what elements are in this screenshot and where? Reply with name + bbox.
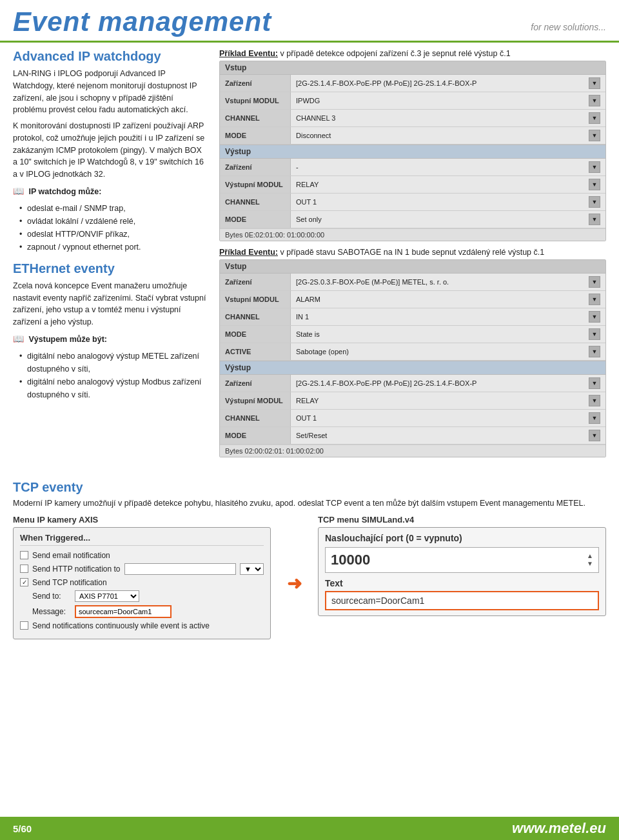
panel2-out-mode-row: MODE Set/Reset ▼: [220, 427, 605, 445]
axis-panel: When Triggered... Send email notificatio…: [13, 527, 271, 639]
dropdown-arrow[interactable]: ▼: [589, 311, 600, 323]
axis-message-row: Message:: [20, 605, 264, 618]
continuous-checkbox[interactable]: [20, 621, 28, 630]
bottom-two-col: Menu IP kamery AXIS When Triggered... Se…: [13, 515, 606, 639]
panel1-mode-value: Disconnect ▼: [291, 127, 605, 144]
email-label: Send email notification: [32, 551, 110, 560]
panel1-zarizeni-row: Zařízení [2G-2S.1.4.F-BOX-PoE-PP (M-PoE)…: [220, 75, 605, 92]
port-down-arrow[interactable]: ▼: [587, 561, 593, 567]
dropdown-arrow[interactable]: ▼: [589, 430, 600, 441]
dropdown-arrow[interactable]: ▼: [589, 328, 600, 340]
page-subtitle: for new solutions...: [531, 22, 606, 32]
watchdog-bullets: odeslat e-mail / SNMP trap, ovládat loká…: [19, 202, 206, 254]
axis-panel-header: When Triggered...: [20, 533, 264, 546]
dropdown-arrow[interactable]: ▼: [589, 412, 600, 424]
dropdown-arrow[interactable]: ▼: [589, 276, 600, 288]
example2-label: Příklad Eventu: v případě stavu SABOTAGE…: [219, 248, 606, 257]
panel1-modul-label: Vstupní MODUL: [220, 92, 291, 109]
simul-port-value: 10000: [331, 552, 370, 568]
axis-section-title: Menu IP kamery AXIS: [13, 515, 271, 525]
http-select[interactable]: ▼: [240, 563, 264, 575]
panel2-out-mode-label: MODE: [220, 427, 291, 444]
panel2-out-modul-row: Výstupní MODUL RELAY ▼: [220, 392, 605, 410]
bullet-item: digitální nebo analogový výstup METEL za…: [19, 350, 206, 375]
http-label: Send HTTP notification to: [32, 565, 121, 574]
panel2-zarizeni-value: [2G-2S.0.3.F-BOX-PoE (M-PoE)] METEL, s. …: [291, 274, 605, 290]
message-label: Message:: [32, 607, 71, 616]
tcp-section: TCP eventy Moderní IP kamery umožňují v …: [13, 480, 606, 639]
dropdown-arrow[interactable]: ▼: [589, 395, 600, 406]
tcp-checkbox[interactable]: ✓: [20, 578, 28, 586]
panel1-channel-row: CHANNEL CHANNEL 3 ▼: [220, 110, 605, 127]
panel1-mode-row: MODE Disconnect ▼: [220, 127, 605, 145]
panel2-zarizeni-row: Zařízení [2G-2S.0.3.F-BOX-PoE (M-PoE)] M…: [220, 274, 605, 291]
panel2-out-channel-row: CHANNEL OUT 1 ▼: [220, 410, 605, 427]
panel2-bytes: Bytes 02:00:02:01: 01:00:02:00: [220, 445, 605, 457]
panel2-out-channel-value: OUT 1 ▼: [291, 410, 605, 426]
main-content: Advanced IP watchdogy LAN-RING i IPLOG p…: [0, 43, 619, 672]
dropdown-arrow[interactable]: ▼: [589, 161, 600, 173]
panel2-active-row: ACTIVE Sabotage (open) ▼: [220, 343, 605, 361]
panel2-zarizeni-label: Zařízení: [220, 274, 291, 290]
ethernet-section: ETHernet eventy Zcela nová koncepce Even…: [13, 261, 206, 401]
axis-row-email: Send email notification: [20, 551, 264, 560]
panel2-out-zarizeni-label: Zařízení: [220, 375, 291, 392]
panel1-out-mode-value: Set only ▼: [291, 211, 605, 228]
brand-url: www.metel.eu: [512, 820, 606, 837]
dropdown-arrow[interactable]: ▼: [589, 77, 600, 89]
dropdown-arrow[interactable]: ▼: [589, 214, 600, 225]
panel2-out-zarizeni-value: [2G-2S.1.4.F-BOX-PoE-PP (M-PoE)] 2G-2S.1…: [291, 375, 605, 392]
http-input[interactable]: [124, 563, 236, 575]
bullet-item: zapnout / vypnout ethernet port.: [19, 241, 206, 254]
book-icon2: 📖: [13, 332, 24, 346]
simul-section: TCP menu SIMULand.v4 Naslouchající port …: [318, 515, 606, 639]
left-column: Advanced IP watchdogy LAN-RING i IPLOG p…: [13, 49, 206, 464]
watchdog-title: Advanced IP watchdogy: [13, 49, 206, 64]
panel2-vystup-header: Výstup: [220, 361, 605, 375]
tcp-label: Send TCP notification: [32, 578, 107, 587]
bullet-item: ovládat lokální / vzdálené relé,: [19, 215, 206, 228]
watchdog-body2: K monitorování dostupnosti IP zařízení p…: [13, 120, 206, 181]
example1-label: Příklad Eventu: v případě detekce odpoje…: [219, 49, 606, 58]
simul-panel: Naslouchající port (0 = vypnuto) 10000 ▲…: [318, 527, 606, 616]
message-input[interactable]: [75, 605, 172, 618]
http-checkbox[interactable]: [20, 565, 28, 573]
sendto-label: Send to:: [32, 592, 71, 601]
panel2-mode-value: State is ▼: [291, 326, 605, 343]
panel2-modul-value: ALARM ▼: [291, 291, 605, 308]
dropdown-arrow[interactable]: ▼: [589, 294, 600, 305]
dropdown-arrow[interactable]: ▼: [589, 196, 600, 208]
dropdown-arrow[interactable]: ▼: [589, 377, 600, 389]
panel1-zarizeni-value: [2G-2S.1.4.F-BOX-PoE-PP (M-PoE)] 2G-2S.1…: [291, 75, 605, 92]
tcp-title: TCP eventy: [13, 480, 606, 495]
dropdown-arrow[interactable]: ▼: [589, 130, 600, 141]
ethernet-title: ETHernet eventy: [13, 261, 206, 276]
panel1-out-mode-row: MODE Set only ▼: [220, 211, 605, 228]
dropdown-arrow[interactable]: ▼: [589, 112, 600, 124]
panel1-out-channel-label: CHANNEL: [220, 194, 291, 210]
top-two-col: Advanced IP watchdogy LAN-RING i IPLOG p…: [13, 49, 606, 464]
simul-port-box: 10000 ▲ ▼: [325, 547, 599, 573]
sendto-select[interactable]: AXIS P7701: [75, 590, 139, 602]
simul-section-title: TCP menu SIMULand.v4: [318, 515, 606, 525]
panel2-modul-label: Vstupní MODUL: [220, 291, 291, 308]
panel2-mode-row: MODE State is ▼: [220, 326, 605, 343]
port-up-arrow[interactable]: ▲: [587, 553, 593, 559]
axis-row-tcp: ✓ Send TCP notification: [20, 578, 264, 587]
page-footer: 5/60 www.metel.eu: [0, 817, 619, 840]
dropdown-arrow[interactable]: ▼: [589, 346, 600, 357]
panel1-out-modul-label: Výstupní MODUL: [220, 176, 291, 193]
page-header: Event management for new solutions...: [0, 0, 619, 43]
panel1-out-zarizeni-value: - ▼: [291, 159, 605, 175]
tcp-body: Moderní IP kamery umožňují v případě det…: [13, 497, 606, 510]
panel1-channel-value: CHANNEL 3 ▼: [291, 110, 605, 126]
dropdown-arrow[interactable]: ▼: [589, 95, 600, 106]
bullet-item: digitální nebo analogový výstup Modbus z…: [19, 375, 206, 401]
simul-text-input[interactable]: [325, 591, 599, 610]
panel1-out-modul-value: RELAY ▼: [291, 176, 605, 193]
simul-port-label: Naslouchající port (0 = vypnuto): [325, 533, 599, 543]
email-checkbox[interactable]: [20, 551, 28, 559]
panel1-out-mode-label: MODE: [220, 211, 291, 228]
panel2-channel-row: CHANNEL IN 1 ▼: [220, 308, 605, 326]
dropdown-arrow[interactable]: ▼: [589, 179, 600, 190]
